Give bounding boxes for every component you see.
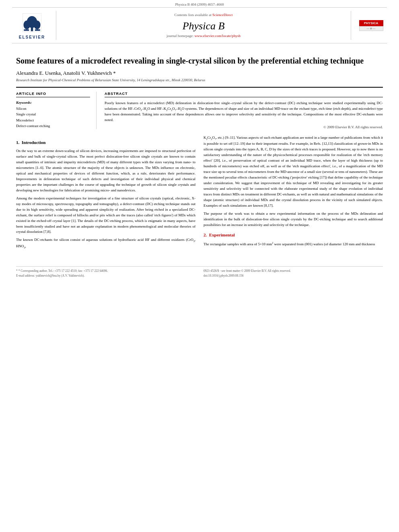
intro-heading: 1. Introduction (16, 139, 195, 146)
elsevier-tree-icon (21, 12, 43, 34)
doi-note: doi:10.1016/j.physb.2009.08.156 (204, 274, 383, 277)
email-note: E-mail address: yukhnevich@bsu.by (A.V. … (16, 274, 195, 277)
article-title: Some features of a microdefect revealing… (16, 55, 383, 66)
keywords-list: Silicon Single crystal Microdefect Defec… (16, 106, 90, 129)
article-info-heading: ARTICLE INFO (16, 92, 90, 97)
keywords-label: Keywords: (16, 101, 90, 105)
issn-note: 0921-4526/$ - see front matter © 2009 El… (204, 269, 383, 273)
abstract-panel: ABSTRACT Poorly known features of a micr… (105, 92, 383, 129)
journal-title-area: Contents lists available at ScienceDirec… (56, 11, 351, 40)
sciencedirect-line: Contents lists available at ScienceDirec… (175, 13, 233, 17)
svg-rect-6 (35, 29, 40, 31)
corresponding-note: * * Corresponding author. Tel.: +375 17 … (16, 269, 195, 273)
elsevier-logo: ELSEVIER (19, 12, 45, 39)
article-info-panel: ARTICLE INFO Keywords: Silicon Single cr… (16, 92, 97, 129)
intro-para-2: Among the modern experimental techniques… (16, 196, 195, 235)
physica-badge-area: PHYSICA — B — (351, 11, 387, 40)
svg-point-3 (23, 21, 30, 29)
info-abstract-section: ARTICLE INFO Keywords: Silicon Single cr… (16, 87, 383, 129)
elsevier-logo-area: ELSEVIER (12, 11, 56, 40)
abstract-text: Poorly known features of a microdefect (… (105, 101, 383, 123)
body-col-left: 1. Introduction On the way to an extreme… (16, 135, 195, 252)
keyword-defect-contrast: Defect-contrast etching (16, 123, 90, 129)
intro-col2-para-1: K2Cr2O7, etc.) [9–11]. Various aspects o… (204, 135, 383, 208)
abstract-heading: ABSTRACT (105, 92, 383, 97)
experimental-heading: 2. Experimental (204, 232, 383, 238)
footer-left: * * Corresponding author. Tel.: +375 17 … (16, 269, 195, 279)
copyright-line: © 2009 Elsevier B.V. All rights reserved… (105, 125, 383, 129)
journal-homepage: journal homepage: www.elsevier.com/locat… (167, 34, 241, 38)
footer: * * Corresponding author. Tel.: +375 17 … (16, 266, 383, 279)
body-columns: 1. Introduction On the way to an extreme… (16, 135, 383, 252)
keyword-microdefect: Microdefect (16, 117, 90, 123)
intro-para-3: The known DC-etchants for silicon consis… (16, 237, 195, 249)
journal-title: Physica B (183, 20, 225, 32)
intro-col2-para-2: The purpose of the work was to obtain a … (204, 211, 383, 228)
keyword-silicon: Silicon (16, 106, 90, 111)
sciencedirect-link[interactable]: ScienceDirect (212, 13, 232, 17)
experimental-para-1: The rectangular samples with area of 5×1… (204, 241, 383, 247)
body-col-right: K2Cr2O7, etc.) [9–11]. Various aspects o… (204, 135, 383, 252)
affiliation: Research Institute for Physical-Chemical… (16, 78, 383, 82)
journal-header: ELSEVIER Contents lists available at Sci… (12, 7, 387, 43)
citation-bar: Physica B 404 (2009) 4657–4660 (0, 0, 399, 7)
authors: Alexandra E. Usenka, Anatolii V. Yukhnev… (16, 70, 383, 76)
citation-text: Physica B 404 (2009) 4657–4660 (175, 2, 224, 6)
elsevier-wordmark: ELSEVIER (19, 35, 45, 39)
physica-badge: PHYSICA (359, 20, 383, 26)
main-content: Some features of a microdefect revealing… (0, 43, 399, 258)
intro-para-1: On the way to an extreme down-scaling of… (16, 148, 195, 193)
physica-badge-sub: — B — (359, 26, 383, 31)
journal-homepage-link[interactable]: www.elsevier.com/locate/physb (195, 34, 241, 38)
svg-rect-5 (24, 29, 29, 31)
keyword-single-crystal: Single crystal (16, 111, 90, 117)
svg-point-4 (34, 21, 41, 29)
footer-right: 0921-4526/$ - see front matter © 2009 El… (204, 269, 383, 279)
